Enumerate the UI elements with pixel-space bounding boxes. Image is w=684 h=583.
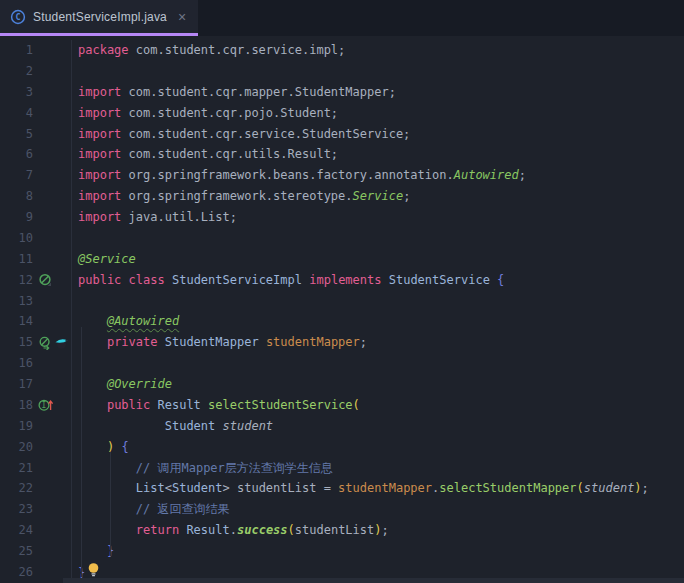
code-token — [201, 398, 208, 412]
code-line: 13 — [0, 291, 684, 312]
code-token: @Override — [107, 377, 172, 391]
code-token: import — [78, 106, 121, 120]
code-content[interactable]: import org.springframework.beans.factory… — [71, 165, 684, 186]
code-line: 11@Service — [0, 249, 684, 270]
line-number: 11 — [0, 249, 33, 270]
code-content[interactable] — [71, 291, 684, 312]
code-content[interactable]: public class StudentServiceImpl implemen… — [71, 270, 684, 291]
code-content[interactable]: import com.student.cqr.pojo.Student; — [71, 103, 684, 124]
tab-close-icon[interactable]: × — [175, 8, 189, 26]
line-number: 17 — [0, 374, 33, 395]
line-number: 16 — [0, 353, 33, 374]
class-icon: C — [10, 9, 26, 25]
line-number: 24 — [0, 520, 33, 541]
code-content[interactable]: @Override — [71, 374, 684, 395]
code-content[interactable]: import java.util.List; — [71, 207, 684, 228]
gutter-icons — [33, 165, 71, 186]
line-number: 7 — [0, 165, 33, 186]
code-token: ( — [288, 523, 295, 537]
code-token: selectStudentMapper — [439, 481, 576, 495]
code-token: { — [497, 273, 504, 287]
code-token — [259, 335, 266, 349]
circle-slash-icon[interactable] — [38, 273, 52, 287]
mybatis-bird-icon[interactable] — [54, 336, 69, 350]
code-line: 5import com.student.cqr.service.StudentS… — [0, 124, 684, 145]
line-number: 9 — [0, 207, 33, 228]
gutter-icons — [33, 311, 71, 332]
code-content[interactable]: ) { — [71, 437, 684, 458]
code-content[interactable]: import com.student.cqr.utils.Result; — [71, 144, 684, 165]
code-token — [165, 273, 172, 287]
code-token: ( — [353, 398, 360, 412]
code-content[interactable]: @Service — [71, 249, 684, 270]
code-content[interactable]: List<Student> studentList = studentMappe… — [71, 478, 684, 499]
code-line: 4import com.student.cqr.pojo.Student; — [0, 103, 684, 124]
code-content[interactable] — [71, 228, 684, 249]
gutter-icons — [33, 520, 71, 541]
gutter-icons: I — [33, 395, 71, 416]
code-token: studentMapper — [338, 481, 432, 495]
code-token: implements — [309, 273, 381, 287]
gutter-icons — [33, 541, 71, 562]
line-number: 8 — [0, 186, 33, 207]
code-token: com.student.cqr.pojo.Student; — [121, 106, 338, 120]
line-number: 14 — [0, 311, 33, 332]
code-content[interactable]: // 返回查询结果 — [71, 499, 684, 520]
code-token: java.util.List; — [121, 210, 237, 224]
code-line: 12public class StudentServiceImpl implem… — [0, 270, 684, 291]
scrollbar-horizontal[interactable] — [63, 578, 684, 583]
line-number: 13 — [0, 291, 33, 312]
code-content[interactable]: } — [71, 541, 684, 562]
code-token: private — [107, 335, 158, 349]
code-content[interactable] — [71, 61, 684, 82]
code-token: return — [136, 523, 179, 537]
gutter-icons — [33, 103, 71, 124]
code-content[interactable]: Student student — [71, 416, 684, 437]
circle-slash-arrow-icon[interactable] — [38, 336, 52, 350]
implementing-method-icon[interactable]: I — [38, 398, 54, 412]
gutter-icons — [33, 458, 71, 479]
code-token — [78, 502, 136, 516]
code-token: import — [78, 85, 121, 99]
code-token — [78, 523, 136, 537]
line-number: 6 — [0, 144, 33, 165]
code-line: 7import org.springframework.beans.factor… — [0, 165, 684, 186]
code-content[interactable] — [71, 353, 684, 374]
code-content[interactable]: private StudentMapper studentMapper; — [71, 332, 684, 353]
code-token — [150, 398, 157, 412]
code-token — [215, 419, 222, 433]
line-number: 26 — [0, 562, 33, 583]
code-editor[interactable]: 1package com.student.cqr.service.impl;23… — [0, 36, 684, 583]
code-content[interactable]: import org.springframework.stereotype.Se… — [71, 186, 684, 207]
code-token: import — [78, 127, 121, 141]
code-content[interactable]: package com.student.cqr.service.impl; — [71, 40, 684, 61]
line-number: 10 — [0, 228, 33, 249]
code-line: 14 @Autowired — [0, 311, 684, 332]
code-token — [78, 481, 136, 495]
code-line: 17 @Override — [0, 374, 684, 395]
indent-guide — [81, 327, 82, 577]
code-token: class — [129, 273, 165, 287]
code-token: // 返回查询结果 — [136, 502, 230, 516]
code-token: import — [78, 147, 121, 161]
code-token: com.student.cqr.utils.Result; — [121, 147, 338, 161]
code-token: StudentServiceImpl — [172, 273, 302, 287]
code-token: ) — [634, 481, 641, 495]
tab-bar: C StudentServiceImpl.java × — [0, 0, 684, 36]
code-content[interactable]: return Result.success(studentList); — [71, 520, 684, 541]
code-token: com.student.cqr.mapper.StudentMapper; — [121, 85, 396, 99]
code-token: . — [230, 523, 237, 537]
code-token: { — [121, 440, 128, 454]
editor-tab[interactable]: C StudentServiceImpl.java × — [0, 0, 198, 36]
code-token: student — [584, 481, 635, 495]
code-content[interactable]: import com.student.cqr.service.StudentSe… — [71, 124, 684, 145]
code-line: 18I public Result selectStudentService( — [0, 395, 684, 416]
indent-guide — [110, 452, 111, 556]
line-number: 3 — [0, 82, 33, 103]
code-content[interactable]: @Autowired — [71, 311, 684, 332]
code-content[interactable]: public Result selectStudentService( — [71, 395, 684, 416]
code-content[interactable]: // 调用Mapper层方法查询学生信息 — [71, 458, 684, 479]
code-line: 1package com.student.cqr.service.impl; — [0, 40, 684, 61]
code-token: Student — [172, 481, 223, 495]
code-content[interactable]: import com.student.cqr.mapper.StudentMap… — [71, 82, 684, 103]
